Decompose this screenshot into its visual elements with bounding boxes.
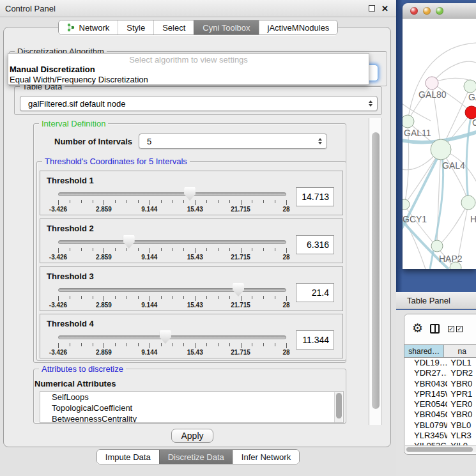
tab-infer-network[interactable]: Infer Network: [233, 450, 299, 464]
tick-mark: [81, 248, 82, 251]
cell-name[interactable]: YDR2: [447, 368, 476, 378]
checkbox-icon[interactable]: ✓: [456, 326, 463, 332]
table-row[interactable]: YLR345WYLR3: [404, 431, 476, 441]
tick-mark: [150, 200, 150, 205]
cell-name[interactable]: YBL0: [447, 420, 476, 431]
split-columns-icon[interactable]: [430, 324, 440, 334]
algorithm-option-equal-width[interactable]: Equal Width/Frequency Discretization: [10, 75, 148, 84]
cell-shared-name[interactable]: YLR345W: [404, 431, 447, 441]
network-node[interactable]: [431, 139, 451, 160]
zoom-traffic-light[interactable]: [436, 7, 443, 15]
cell-name[interactable]: YBR0: [447, 379, 476, 389]
tick-mark: [263, 296, 264, 299]
attribute-list-item[interactable]: BetweennessCentrality: [40, 413, 343, 423]
checkbox-icon[interactable]: ✓: [448, 326, 454, 332]
threshold-panel-2: Threshold 2-3.4262.8599.14415.4321.71528…: [40, 219, 343, 263]
network-canvas[interactable]: GAL80GAGAL11CGAL4GCY1HHAP2: [403, 19, 476, 269]
slider-track[interactable]: [58, 335, 286, 339]
table-row[interactable]: YER054CYER0: [404, 399, 476, 410]
tab-discretize-data[interactable]: Discretize Data: [159, 450, 233, 464]
scrollbar-thumb[interactable]: [406, 447, 473, 452]
table-row[interactable]: YDL19…YDL1: [404, 358, 476, 368]
tab-jactivemnodules[interactable]: jActiveMNodules: [259, 20, 338, 35]
table-row[interactable]: YBR045CYBR0: [404, 410, 476, 420]
column-header-name[interactable]: na: [444, 345, 476, 357]
threshold-value-field[interactable]: 6.316: [296, 235, 334, 254]
cell-shared-name[interactable]: YPR145W: [404, 389, 447, 399]
gear-icon[interactable]: ⚙: [412, 321, 423, 335]
settings-vertical-scrollbar[interactable]: [369, 118, 382, 425]
network-node[interactable]: [403, 115, 414, 128]
cell-name[interactable]: YDL1: [447, 358, 476, 368]
apply-button[interactable]: Apply: [171, 429, 213, 443]
network-node[interactable]: [431, 240, 443, 252]
table-row[interactable]: YDR27…YDR2: [404, 368, 476, 378]
tick-mark: [263, 343, 264, 346]
cell-name[interactable]: YER0: [447, 399, 476, 410]
column-header-shared-name[interactable]: shared…: [404, 345, 444, 357]
slider-track[interactable]: [58, 192, 286, 196]
threshold-label: Threshold 2: [47, 224, 94, 233]
slider-track[interactable]: [58, 288, 286, 292]
cell-shared-name[interactable]: YBL079W: [404, 420, 447, 431]
cell-shared-name[interactable]: YDL19…: [404, 358, 447, 368]
threshold-panel-4: Threshold 4-3.4262.8599.14415.4321.71528…: [40, 314, 343, 358]
slider-thumb[interactable]: [233, 283, 244, 296]
network-window-titlebar: [403, 3, 476, 19]
slider-thumb[interactable]: [123, 235, 135, 249]
tick-mark: [275, 200, 275, 203]
tab-style[interactable]: Style: [118, 20, 153, 35]
tick-label: -3.426: [49, 206, 67, 213]
cell-shared-name[interactable]: YBR043C: [404, 379, 447, 389]
tab-network[interactable]: Network: [59, 20, 118, 35]
tick-mark: [183, 296, 184, 299]
network-node[interactable]: [426, 77, 438, 89]
num-intervals-combobox[interactable]: 5: [139, 134, 327, 149]
node-table: ⚙ ✓ ✓ shared… na YDL19…YDL1YDR27…YDR2YBR…: [404, 314, 476, 455]
table-data-combobox[interactable]: galFiltered.sif default node: [20, 96, 378, 111]
tab-label: Cyni Toolbox: [203, 23, 250, 33]
attribute-list-item[interactable]: SelfLoops: [40, 392, 343, 403]
tab-select[interactable]: Select: [153, 20, 194, 35]
tick-mark: [150, 296, 150, 301]
tick-mark: [252, 200, 252, 203]
tick-mark: [150, 343, 150, 348]
network-node[interactable]: [403, 199, 410, 210]
table-row[interactable]: YBL079WYBL0: [404, 420, 476, 431]
table-row[interactable]: YBR043CYBR0: [404, 379, 476, 389]
algorithm-option-manual[interactable]: Manual Discretization: [10, 65, 95, 74]
network-node[interactable]: [461, 196, 475, 210]
cell-name[interactable]: YPR1: [447, 389, 476, 399]
minimize-traffic-light[interactable]: [423, 7, 431, 15]
slider-track[interactable]: [58, 240, 286, 244]
attribute-list-item[interactable]: TopologicalCoefficient: [40, 403, 343, 413]
numerical-attributes-list[interactable]: SelfLoopsTopologicalCoefficientBetweenne…: [40, 391, 344, 423]
threshold-value-field[interactable]: 21.4: [296, 283, 334, 302]
tab-cyni-toolbox[interactable]: Cyni Toolbox: [194, 20, 258, 35]
tick-label: 9.144: [141, 206, 157, 213]
slider-thumb[interactable]: [184, 187, 196, 201]
scrollbar-thumb[interactable]: [336, 393, 342, 418]
tick-mark: [252, 248, 252, 251]
cell-shared-name[interactable]: YDR27…: [404, 368, 447, 378]
table-horizontal-scrollbar[interactable]: [405, 445, 476, 452]
num-intervals-label: Number of Intervals: [54, 137, 132, 146]
cell-shared-name[interactable]: YER054C: [404, 399, 447, 410]
threshold-value-field[interactable]: 11.344: [296, 330, 334, 349]
threshold-value-field[interactable]: 14.713: [296, 187, 334, 206]
close-traffic-light[interactable]: [410, 7, 418, 15]
tick-mark: [115, 200, 116, 203]
table-row[interactable]: YPR145WYPR1: [404, 389, 476, 399]
scrollbar-thumb[interactable]: [372, 132, 380, 409]
float-window-icon[interactable]: [369, 5, 375, 12]
slider-thumb[interactable]: [160, 330, 171, 344]
cell-shared-name[interactable]: YBR045C: [404, 410, 447, 420]
cell-name[interactable]: YLR3: [447, 431, 476, 441]
tab-impute-data[interactable]: Impute Data: [97, 450, 159, 464]
attributes-scrollbar[interactable]: [334, 392, 342, 423]
threshold-label: Threshold 3: [47, 272, 94, 281]
close-icon[interactable]: ✕: [381, 4, 388, 13]
network-node[interactable]: [465, 106, 476, 119]
network-node[interactable]: [464, 80, 476, 93]
cell-name[interactable]: YBR0: [447, 410, 476, 420]
